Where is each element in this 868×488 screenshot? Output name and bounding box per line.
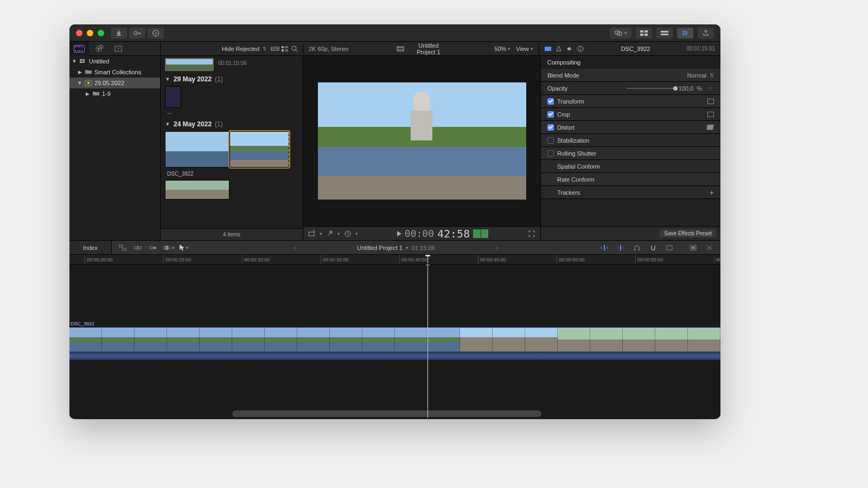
distort-control-icon[interactable] xyxy=(706,125,714,130)
timeline-ruler[interactable]: 00:00:20:00 00:00:25:00 00:00:30:00 00:0… xyxy=(69,255,720,265)
retime-dropdown[interactable] xyxy=(343,229,352,238)
chevron-down-icon[interactable]: ▾ xyxy=(355,231,358,236)
save-effects-preset-button[interactable]: Save Effects Preset xyxy=(660,229,716,237)
folder-item[interactable]: ▶ 1-9 xyxy=(69,88,160,99)
audio-meters[interactable] xyxy=(473,229,488,238)
disclosure-triangle-icon[interactable]: ▶ xyxy=(85,91,90,97)
minimize-window[interactable] xyxy=(87,30,93,36)
date-group-1[interactable]: ▼ 29 May 2022 (1) xyxy=(165,75,298,83)
disclosure-triangle-icon[interactable]: ▼ xyxy=(165,76,170,82)
hide-rejected-dropdown[interactable]: Hide Rejected ⇅ xyxy=(219,46,270,52)
timeline-index-button[interactable]: Index xyxy=(69,241,112,254)
transform-row[interactable]: Transform xyxy=(541,95,720,108)
rate-conform-label: Rate Conform xyxy=(557,176,594,183)
clip-thumb-a[interactable] xyxy=(165,131,229,168)
share-button[interactable] xyxy=(698,28,714,38)
audio-waveform[interactable] xyxy=(69,352,720,360)
distort-checkbox[interactable] xyxy=(547,124,554,131)
playhead-marker[interactable] xyxy=(427,256,428,264)
disclosure-triangle-icon[interactable]: ▼ xyxy=(165,121,170,127)
enhance-dropdown[interactable] xyxy=(326,229,334,238)
event-viewer-icon[interactable] xyxy=(396,44,405,53)
add-tracker-button[interactable]: + xyxy=(710,188,714,197)
fullscreen-window[interactable] xyxy=(98,30,104,36)
color-inspector-tab[interactable] xyxy=(554,44,563,53)
crop-row[interactable]: Crop xyxy=(541,108,720,121)
stabilization-checkbox[interactable] xyxy=(547,137,554,144)
disclosure-triangle-icon[interactable]: ▶ xyxy=(77,69,82,75)
info-inspector-tab[interactable] xyxy=(576,44,585,53)
transform-checkbox[interactable] xyxy=(547,98,554,105)
video-inspector-tab[interactable] xyxy=(544,44,552,53)
chevron-down-icon[interactable]: ▾ xyxy=(320,231,322,236)
onscreen-control-icon[interactable] xyxy=(707,112,714,117)
list-view-button[interactable] xyxy=(280,44,290,54)
opacity-slider[interactable] xyxy=(627,88,675,89)
view-dropdown[interactable]: View ▾ xyxy=(516,46,533,52)
library-item[interactable]: ▼ Untitled xyxy=(69,56,160,67)
crop-checkbox[interactable] xyxy=(547,111,554,118)
timeline-project-dropdown[interactable]: ▾ xyxy=(406,245,409,251)
close-window[interactable] xyxy=(76,30,82,36)
background-tasks-button[interactable] xyxy=(148,28,164,38)
transitions-browser-button[interactable] xyxy=(703,242,716,253)
append-clip-button[interactable] xyxy=(146,242,159,253)
horizontal-scrollbar[interactable] xyxy=(232,410,541,417)
connect-clip-button[interactable] xyxy=(116,242,129,253)
insert-clip-button[interactable] xyxy=(131,242,144,253)
audio-inspector-tab[interactable] xyxy=(565,44,574,53)
clip-appearance-button[interactable] xyxy=(270,44,280,54)
disclosure-triangle-icon[interactable]: ▼ xyxy=(72,59,77,64)
layout-timeline-button[interactable] xyxy=(656,28,673,38)
onscreen-control-icon[interactable] xyxy=(707,99,714,104)
blend-mode-dropdown[interactable]: Normal ⇅ xyxy=(687,72,714,79)
date-group-2[interactable]: ▼ 24 May 2022 (1) xyxy=(165,120,298,128)
keyword-button[interactable] xyxy=(129,28,145,38)
keyframe-button[interactable]: ◇ xyxy=(705,84,714,93)
fullscreen-button[interactable] xyxy=(527,229,536,238)
rolling-shutter-row[interactable]: Rolling Shutter xyxy=(541,147,720,160)
library-tab[interactable] xyxy=(69,42,89,56)
event-item[interactable]: ▼ 29.05.2022 xyxy=(69,78,160,88)
layout-inspector-button[interactable] xyxy=(677,28,693,38)
layout-browser-button[interactable] xyxy=(636,28,652,38)
titles-tab[interactable]: T xyxy=(108,42,128,56)
search-button[interactable] xyxy=(290,44,299,54)
disclosure-triangle-icon[interactable]: ▼ xyxy=(77,80,82,86)
opacity-value[interactable]: 100,0 xyxy=(679,85,694,92)
zoom-dropdown[interactable]: 50% ▾ xyxy=(494,46,510,52)
project-thumb[interactable] xyxy=(165,58,214,71)
playhead[interactable] xyxy=(427,265,428,418)
effects-browser-button[interactable] xyxy=(687,242,700,253)
clip-thumb-c[interactable] xyxy=(165,180,229,200)
rate-conform-row[interactable]: Rate Conform xyxy=(541,173,720,186)
distort-row[interactable]: Distort xyxy=(541,121,720,134)
photos-tab[interactable] xyxy=(89,42,108,56)
timeline-view-button[interactable] xyxy=(663,242,676,253)
select-tool[interactable]: ▾ xyxy=(177,242,190,253)
import-button[interactable] xyxy=(111,28,127,38)
effects-dropdown[interactable] xyxy=(308,229,316,238)
timeline-history-back[interactable]: ‹ xyxy=(294,243,297,252)
clip-thumb-small[interactable] xyxy=(165,86,181,108)
compositing-header[interactable]: Compositing xyxy=(541,56,720,69)
timeline-clip[interactable] xyxy=(69,328,720,352)
rolling-shutter-checkbox[interactable] xyxy=(547,150,554,157)
stabilization-row[interactable]: Stabilization xyxy=(541,134,720,147)
play-button[interactable] xyxy=(397,231,401,236)
chevron-down-icon[interactable]: ▾ xyxy=(337,231,340,236)
overwrite-clip-button[interactable]: ▾ xyxy=(162,242,175,253)
extensions-dropdown[interactable]: ▾ xyxy=(610,28,631,38)
solo-button[interactable] xyxy=(630,242,643,253)
skimming-button[interactable] xyxy=(598,242,611,253)
trackers-row[interactable]: Trackers + xyxy=(541,186,720,199)
spatial-conform-row[interactable]: Spatial Conform xyxy=(541,160,720,173)
audio-skimming-button[interactable] xyxy=(614,242,627,253)
snapping-button[interactable] xyxy=(647,242,660,253)
smart-collections-item[interactable]: ▶ Smart Collections xyxy=(69,67,160,78)
viewer-canvas[interactable] xyxy=(303,56,540,226)
timeline-body[interactable]: DSC_3922 xyxy=(69,265,720,418)
timeline-history-forward[interactable]: › xyxy=(496,243,499,252)
clip-thumb-b-selected[interactable] xyxy=(229,131,289,168)
scrollbar-thumb[interactable] xyxy=(232,410,541,417)
